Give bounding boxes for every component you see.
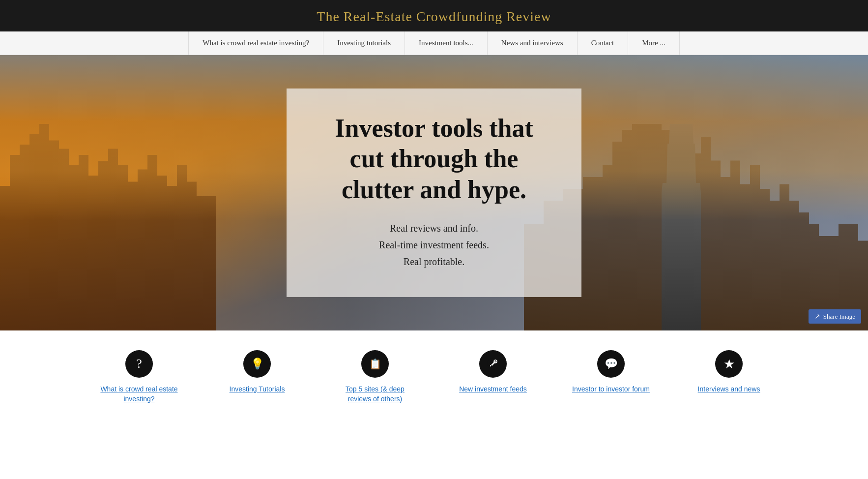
icon-label-top5: Top 5 sites (& deep reviews of others)	[336, 385, 414, 404]
nav-item-contact[interactable]: Contact	[578, 31, 629, 55]
icon-label-feeds: New investment feeds	[459, 385, 527, 394]
icon-label-interviews: Interviews and news	[698, 385, 760, 394]
nav-item-what-is[interactable]: What is crowd real estate investing?	[188, 31, 323, 55]
icon-item-forum[interactable]: 💬 Investor to investor forum	[572, 350, 650, 394]
icon-item-top5[interactable]: 📋 Top 5 sites (& deep reviews of others)	[336, 350, 414, 404]
nav-item-tutorials[interactable]: Investing tutorials	[323, 31, 405, 55]
icon-item-what-is[interactable]: ? What is crowd real estate investing?	[100, 350, 178, 404]
empire-state-building	[662, 124, 701, 330]
icon-label-tutorials: Investing Tutorials	[230, 385, 285, 394]
hero-subline2: Real-time investment feeds.	[379, 240, 489, 250]
icon-item-interviews[interactable]: ★ Interviews and news	[690, 350, 768, 394]
wrench-icon	[486, 357, 500, 371]
tools-icon	[479, 350, 507, 378]
nav-item-more[interactable]: More ...	[628, 31, 680, 55]
hero-overlay: Investor tools that cut through the clut…	[287, 89, 581, 297]
chat-icon: 💬	[597, 350, 625, 378]
share-button[interactable]: ↗ Share Image	[809, 309, 861, 324]
hero-subline3: Real profitable.	[404, 256, 464, 267]
hero-section: Investor tools that cut through the clut…	[0, 55, 868, 330]
icon-label-what-is: What is crowd real estate investing?	[100, 385, 178, 404]
site-header: The Real-Estate Crowdfunding Review	[0, 0, 868, 31]
share-label: Share Image	[823, 313, 855, 321]
site-title: The Real-Estate Crowdfunding Review	[0, 9, 868, 25]
nav-item-tools[interactable]: Investment tools...	[405, 31, 488, 55]
icons-section: ? What is crowd real estate investing? 💡…	[0, 330, 868, 419]
nav-item-news[interactable]: News and interviews	[488, 31, 578, 55]
lightbulb-icon: 💡	[243, 350, 271, 378]
hero-subline1: Real reviews and info.	[390, 223, 478, 234]
skyline-left	[0, 124, 216, 330]
hero-subtext: Real reviews and info. Real-time investm…	[326, 220, 542, 270]
icon-item-feeds[interactable]: New investment feeds	[454, 350, 532, 394]
icon-label-forum: Investor to investor forum	[572, 385, 650, 394]
share-icon: ↗	[814, 312, 820, 321]
site-nav: What is crowd real estate investing? Inv…	[0, 31, 868, 55]
question-icon: ?	[125, 350, 153, 378]
list-icon: 📋	[361, 350, 389, 378]
star-icon: ★	[715, 350, 743, 378]
hero-headline: Investor tools that cut through the clut…	[326, 113, 542, 205]
icon-item-tutorials[interactable]: 💡 Investing Tutorials	[218, 350, 296, 394]
